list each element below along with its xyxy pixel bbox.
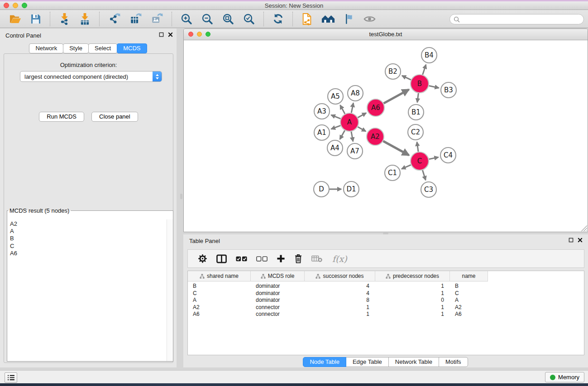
graph-node-label-A: A [347, 118, 352, 126]
graph-node-label-A3: A3 [317, 107, 326, 115]
tab-edge-table[interactable]: Edge Table [346, 357, 389, 367]
list-icon [7, 375, 15, 381]
unchecked-boxes-icon [256, 256, 268, 262]
hide-graphics-details-button[interactable] [341, 13, 357, 25]
float-panel-icon[interactable] [159, 32, 164, 37]
zoom-in-button[interactable] [178, 12, 195, 26]
select-all-button[interactable] [236, 256, 247, 262]
table-row[interactable]: A2 connector 1 1 A2 [188, 304, 584, 311]
mcds-result-box: MCDS result (5 nodes) A2 A B C A6 [7, 207, 173, 362]
graph-node-label-A1: A1 [317, 129, 326, 137]
tab-mcds[interactable]: MCDS [117, 43, 147, 53]
tab-network[interactable]: Network [29, 43, 63, 53]
tab-style[interactable]: Style [63, 43, 89, 53]
graph-edge-B-B4[interactable] [423, 65, 426, 75]
result-scrollbar[interactable] [167, 219, 173, 361]
app-title: Session: New Session [0, 2, 588, 9]
export-table-button[interactable] [127, 12, 144, 26]
graph-edge-A-A5[interactable] [340, 105, 345, 114]
graph-edge-B-B1[interactable] [417, 93, 419, 102]
tab-select[interactable]: Select [88, 43, 117, 53]
float-table-panel-icon[interactable] [569, 238, 574, 243]
column-header-mcds-role[interactable]: MCDS role [251, 271, 305, 281]
run-mcds-button[interactable]: Run MCDS [39, 112, 84, 122]
graph-node-label-A8: A8 [351, 89, 360, 97]
graph-edge-A-A6[interactable] [358, 113, 366, 118]
column-header-shared-name[interactable]: shared name [188, 271, 251, 281]
table-settings-button[interactable] [198, 254, 207, 263]
task-history-button[interactable] [5, 372, 17, 383]
network-canvas[interactable]: AA6A2BCA5A8A3A1A4A7B2B4B3B1C2C4C1C3DD1 [184, 40, 588, 232]
graph-edge-B-B2[interactable] [402, 76, 411, 80]
column-header-successor-nodes[interactable]: successor nodes [305, 271, 375, 281]
graph-edge-B-B3[interactable] [429, 86, 439, 88]
delete-table-button[interactable] [311, 255, 322, 262]
graph-node-label-A7: A7 [350, 147, 359, 155]
result-item[interactable]: A [10, 228, 167, 235]
graph-edge-A-A7[interactable] [351, 132, 353, 142]
graph-edge-A-A8[interactable] [351, 103, 353, 113]
result-item[interactable]: A6 [10, 250, 167, 257]
search-input[interactable] [462, 16, 580, 23]
function-builder-button[interactable]: f(x) [332, 254, 347, 264]
hierarchy-icon [200, 274, 205, 279]
close-table-panel-icon[interactable] [578, 238, 583, 243]
graph-edge-A-A4[interactable] [340, 130, 345, 139]
deselect-all-button[interactable] [256, 256, 268, 262]
graph-edge-A-A1[interactable] [331, 125, 341, 129]
zoom-selected-button[interactable] [240, 12, 258, 26]
export-network-button[interactable] [105, 12, 123, 26]
graph-edge-C-C1[interactable] [402, 165, 411, 169]
graph-edge-A-A2[interactable] [358, 127, 366, 131]
export-image-button[interactable] [148, 12, 166, 26]
tab-node-table[interactable]: Node Table [303, 357, 346, 367]
table-row[interactable]: B dominator 4 1 B [188, 283, 584, 290]
resize-grip-icon[interactable] [581, 225, 587, 231]
add-column-button[interactable] [277, 254, 285, 263]
refresh-layout-button[interactable] [270, 12, 287, 25]
table-panel-title: Table Panel [189, 238, 220, 244]
show-column-button[interactable] [216, 254, 227, 263]
network-graph[interactable]: AA6A2BCA5A8A3A1A4A7B2B4B3B1C2C4C1C3DD1 [184, 40, 588, 232]
graph-node-label-C4: C4 [444, 151, 453, 159]
table-body: B dominator 4 1 B C dominator 4 1 C A [188, 281, 584, 318]
network-from-file-button[interactable] [299, 12, 315, 26]
graph-edge-C-C3[interactable] [422, 170, 425, 180]
column-header-predecessor-nodes[interactable]: predecessor nodes [375, 271, 450, 281]
graph-node-label-B1: B1 [411, 108, 421, 116]
result-item[interactable]: C [10, 243, 167, 250]
memory-button[interactable]: Memory [545, 372, 584, 382]
tab-network-table[interactable]: Network Table [388, 357, 439, 367]
table-row[interactable]: A6 connector 1 1 A6 [188, 311, 584, 318]
graph-edge-C-C4[interactable] [429, 157, 439, 159]
graph-node-label-B: B [417, 80, 422, 88]
tab-motifs[interactable]: Motifs [439, 357, 468, 367]
close-panel-icon[interactable] [168, 32, 173, 37]
import-network-button[interactable] [56, 12, 73, 26]
criterion-dropdown[interactable]: largest connected component (directed) [20, 71, 162, 82]
delete-columns-button[interactable] [294, 254, 302, 263]
control-panel-title: Control Panel [5, 32, 41, 39]
save-session-button[interactable] [28, 13, 44, 25]
hide-details-flag-icon [344, 14, 354, 24]
show-graphics-details-button[interactable] [361, 14, 378, 24]
table-row[interactable]: C dominator 4 1 C [188, 290, 584, 297]
close-panel-button[interactable]: Close panel [91, 112, 138, 122]
zoom-fit-button[interactable] [220, 12, 237, 26]
vertical-splitter-handle[interactable] [180, 194, 182, 199]
import-table-button[interactable] [76, 12, 93, 26]
open-session-button[interactable] [6, 13, 24, 25]
graph-edge-A-A3[interactable] [331, 115, 341, 119]
result-item[interactable]: B [10, 235, 167, 242]
graph-edge-A2-C[interactable] [383, 141, 409, 155]
graph-edge-A6-B[interactable] [384, 90, 409, 104]
graph-edge-C-C2[interactable] [417, 142, 418, 152]
table-row[interactable]: A dominator 8 0 A [188, 297, 584, 304]
graph-node-label-D1: D1 [346, 185, 356, 193]
network-window: testGlobe.txt AA6A2BCA5A8A3A1A4A7B2B4B3B… [183, 29, 588, 232]
zoom-out-button[interactable] [199, 12, 216, 26]
home-view-button[interactable] [319, 13, 338, 25]
refresh-icon [272, 13, 284, 24]
result-item[interactable]: A2 [10, 220, 167, 228]
column-header-name[interactable]: name [450, 271, 488, 281]
